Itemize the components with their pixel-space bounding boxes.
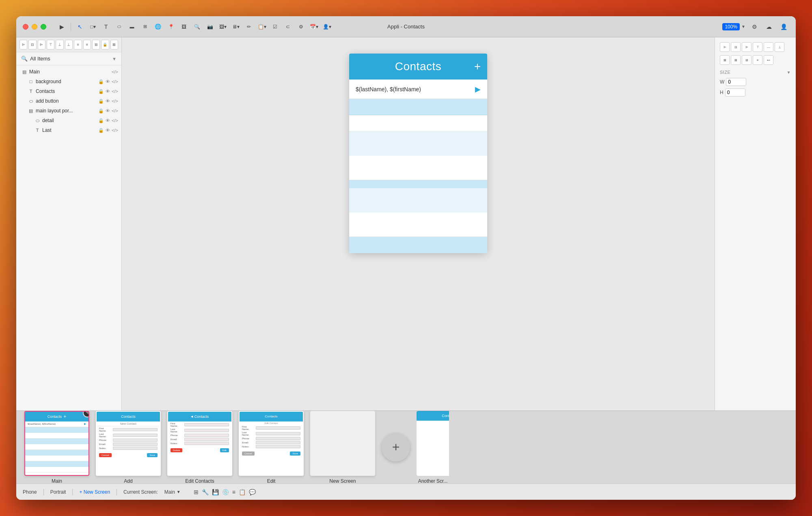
screen-thumb-add[interactable]: Contacts New Contact First Name: Last Na… (96, 411, 161, 484)
close-button[interactable] (23, 24, 28, 30)
align-top-icon[interactable]: ⊤ (47, 40, 54, 49)
group-icon[interactable]: ⊞ (92, 40, 100, 49)
lock-last-icon[interactable]: 🔒 (98, 128, 104, 133)
screen-thumb-card-edit-contacts[interactable]: ◀ Contacts First Name: Last Name: Phone: (167, 411, 232, 476)
width-input[interactable] (726, 78, 746, 86)
lock-contacts-icon[interactable]: 🔒 (98, 89, 104, 94)
eye-layout-icon[interactable]: 👁 (106, 108, 110, 114)
screen-thumb-card-new[interactable] (310, 411, 375, 476)
search-input[interactable] (30, 56, 110, 62)
code-layout-icon[interactable]: </> (112, 108, 118, 114)
tree-item-add-button[interactable]: ⬭ add button 🔒 👁 </> (16, 96, 121, 106)
screen-thumb-card-edit[interactable]: Contacts Edit Contact First Name: Last N… (239, 411, 304, 476)
tree-item-contacts[interactable]: T Contacts 🔒 👁 </> (16, 86, 121, 96)
right-chart-icon[interactable]: ⊷ (764, 55, 773, 65)
edit-tool[interactable]: ✏ (243, 21, 255, 32)
align-center-h-icon[interactable]: ⊟ (28, 40, 36, 49)
screen-tool[interactable]: 🖥▾ (230, 21, 242, 32)
tree-item-last[interactable]: T Last 🔒 👁 </> (16, 125, 121, 135)
right-align-left-icon[interactable]: ⊫ (720, 42, 730, 52)
eye-icon[interactable]: 👁 (106, 79, 110, 84)
status-wrench-icon[interactable]: 🔧 (202, 489, 209, 495)
status-db-icon[interactable]: 💾 (212, 489, 219, 495)
code-detail-icon[interactable]: </> (112, 118, 118, 123)
lock-detail-icon[interactable]: 🔒 (98, 118, 104, 123)
search-chevron-icon[interactable]: ▼ (112, 56, 117, 61)
lock-icon[interactable]: 🔒 (101, 40, 109, 49)
right-align-bottom-icon[interactable]: ⊥ (775, 42, 784, 52)
check-tool[interactable]: ☑ (269, 21, 281, 32)
current-screen-select[interactable]: Main ▼ (164, 489, 181, 495)
eye-detail-icon[interactable]: 👁 (106, 118, 110, 123)
align-middle-v-icon[interactable]: ⊥ (56, 40, 63, 49)
calendar-tool[interactable]: 📅▾ (308, 21, 320, 32)
table-tool[interactable]: ⊞ (139, 21, 151, 32)
distribute-even-icon[interactable]: ⊠ (110, 40, 118, 49)
align-bottom-icon[interactable]: ⊥ (65, 40, 73, 49)
eye-add-icon[interactable]: 👁 (106, 99, 110, 104)
screen-thumb-card-main[interactable]: ✎ Contacts + $(lastName), $(firstName) ▶ (24, 411, 89, 476)
tree-item-main-layout[interactable]: ▤ main layout por... 🔒 👁 </> (16, 106, 121, 116)
search-tool[interactable]: 🔍 (191, 21, 203, 32)
size-chevron-icon[interactable]: ▼ (787, 70, 791, 75)
status-db2-icon[interactable]: 💿 (222, 489, 229, 495)
status-grid-icon[interactable]: ⊞ (194, 489, 199, 495)
canvas-area[interactable]: Contacts + $(lastName), $(firstName) ▶ (122, 37, 715, 411)
chart-tool[interactable]: ⚙ (295, 21, 307, 32)
code-last-icon[interactable]: </> (112, 128, 118, 133)
status-clipboard-icon[interactable]: 📋 (239, 489, 246, 495)
code-icon[interactable]: </> (112, 69, 118, 74)
user-tool[interactable]: 👤▾ (321, 21, 333, 32)
eye-last-icon[interactable]: 👁 (106, 128, 110, 133)
right-center-h-icon[interactable]: ⊞ (742, 55, 752, 65)
data-tool[interactable]: 📋▾ (256, 21, 268, 32)
pin-tool[interactable]: 📍 (165, 21, 177, 32)
eye-contacts-icon[interactable]: 👁 (106, 89, 110, 94)
zoom-level[interactable]: 100% (722, 23, 740, 30)
input-tool[interactable]: ⬭ (113, 21, 125, 32)
distribute-v-icon[interactable]: ≡ (83, 40, 91, 49)
status-list-icon[interactable]: ≡ (232, 489, 235, 495)
screen-thumb-main[interactable]: ✎ Contacts + $(lastName), $(firstName) ▶ (24, 411, 89, 484)
code-contacts-icon[interactable]: </> (112, 89, 118, 94)
rect-tool[interactable]: □▾ (87, 21, 99, 32)
screen-thumb-card-add[interactable]: Contacts New Contact First Name: Last Na… (96, 411, 161, 476)
lock-layout-icon[interactable]: 🔒 (98, 108, 104, 114)
maximize-button[interactable] (41, 24, 46, 30)
image-tool[interactable]: 🖼 (178, 21, 190, 32)
minimize-button[interactable] (32, 24, 37, 30)
tree-item-main[interactable]: ▤ Main </> (16, 67, 121, 77)
lock-add-icon[interactable]: 🔒 (98, 99, 104, 104)
zoom-control[interactable]: 100% ▼ (722, 23, 745, 30)
play-button[interactable]: ▶ (56, 21, 67, 32)
text-tool[interactable]: T (100, 21, 112, 32)
account-icon[interactable]: 👤 (778, 21, 789, 32)
tree-item-background[interactable]: □ background 🔒 👁 </> (16, 77, 121, 86)
tree-item-detail[interactable]: ⬭ detail 🔒 👁 </> (16, 116, 121, 125)
screen-thumb-new[interactable]: New Screen (310, 411, 375, 484)
screen-thumb-edit-contacts[interactable]: This button opens the screen gallery ◀ C… (167, 411, 232, 484)
align-right-icon[interactable]: ⊫ (38, 40, 45, 49)
screen-thumb-another[interactable]: Contacts Another Scr... (417, 411, 449, 484)
cloud-upload-icon[interactable]: ☁ (763, 21, 775, 32)
screen-thumb-card-another[interactable]: Contacts (417, 411, 449, 476)
code-small-icon[interactable]: </> (112, 79, 118, 84)
right-align-top-icon[interactable]: ⊤ (753, 42, 762, 52)
right-dist-h-icon[interactable]: ⊠ (720, 55, 730, 65)
right-center-v-icon[interactable]: ≡ (753, 55, 762, 65)
right-align-mid-icon[interactable]: — (764, 42, 773, 52)
media-tool[interactable]: 🖼▾ (217, 21, 229, 32)
align-left-icon[interactable]: ⊫ (19, 40, 27, 49)
zoom-chevron-icon[interactable]: ▼ (741, 24, 745, 29)
screen-thumb-edit[interactable]: Contacts Edit Contact First Name: Last N… (239, 411, 304, 484)
height-input[interactable] (725, 88, 745, 97)
right-dist-v-icon[interactable]: ⊠ (731, 55, 741, 65)
pointer-tool[interactable]: ↖ (74, 21, 86, 32)
code-add-icon[interactable]: </> (112, 99, 118, 104)
status-chat-icon[interactable]: 💬 (249, 489, 256, 495)
button-tool[interactable]: ▬ (126, 21, 138, 32)
right-align-right-icon[interactable]: ⊫ (742, 42, 752, 52)
lock-small-icon[interactable]: 🔒 (98, 79, 104, 84)
web-tool[interactable]: 🌐 (152, 21, 164, 32)
right-align-center-icon[interactable]: ⊟ (731, 42, 741, 52)
